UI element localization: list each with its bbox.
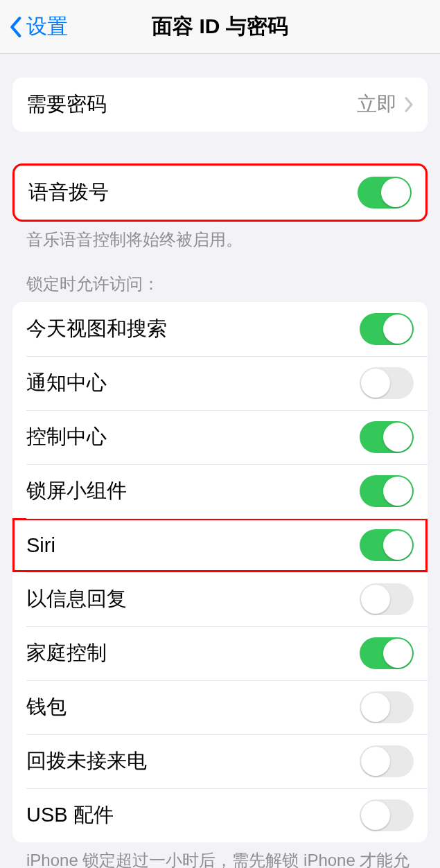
row-reply-with-message: 以信息回复 — [12, 572, 428, 626]
back-button[interactable]: 设置 — [0, 12, 68, 41]
row-label: USB 配件 — [26, 801, 114, 829]
back-label: 设置 — [26, 12, 68, 41]
row-notification-center: 通知中心 — [12, 356, 428, 410]
group-locked-access: 今天视图和搜索通知中心控制中心锁屏小组件Siri以信息回复家庭控制钱包回拨未接来… — [12, 302, 428, 842]
chevron-left-icon — [8, 16, 22, 38]
chevron-right-icon — [404, 96, 414, 113]
voice-dial-footer: 音乐语音控制将始终被启用。 — [12, 222, 428, 251]
row-return-missed-calls: 回拨未接来电 — [12, 734, 428, 788]
row-control-center: 控制中心 — [12, 410, 428, 464]
group-voice-dial: 语音拨号 — [12, 163, 428, 222]
row-label: Siri — [26, 534, 55, 557]
toggle-usb-accessories[interactable] — [360, 799, 414, 831]
row-label: 钱包 — [26, 693, 67, 721]
row-siri: Siri — [12, 518, 428, 572]
toggle-lock-screen-widgets[interactable] — [360, 475, 414, 507]
row-voice-dial: 语音拨号 — [15, 166, 425, 220]
toggle-control-center[interactable] — [360, 421, 414, 453]
row-label: 控制中心 — [26, 423, 107, 451]
row-lock-screen-widgets: 锁屏小组件 — [12, 464, 428, 518]
row-require-passcode[interactable]: 需要密码 立即 — [12, 78, 428, 132]
toggle-voice-dial[interactable] — [358, 177, 412, 209]
toggle-today-view[interactable] — [360, 313, 414, 345]
row-label: 语音拨号 — [28, 179, 109, 206]
row-today-view: 今天视图和搜索 — [12, 302, 428, 356]
row-usb-accessories: USB 配件 — [12, 788, 428, 842]
row-label: 今天视图和搜索 — [26, 315, 167, 343]
row-label: 需要密码 — [26, 91, 107, 118]
toggle-notification-center[interactable] — [360, 367, 414, 399]
row-wallet: 钱包 — [12, 680, 428, 734]
locked-access-footer: iPhone 锁定超过一小时后，需先解锁 iPhone 才能允许 USB 配件连… — [12, 842, 428, 868]
row-label: 回拨未接来电 — [26, 747, 147, 775]
row-label: 通知中心 — [26, 369, 107, 397]
toggle-siri[interactable] — [360, 529, 414, 561]
locked-access-header: 锁定时允许访问： — [12, 251, 428, 302]
toggle-home-control[interactable] — [360, 637, 414, 669]
group-require-passcode: 需要密码 立即 — [12, 78, 428, 132]
toggle-reply-with-message[interactable] — [360, 583, 414, 615]
row-label: 锁屏小组件 — [26, 477, 127, 505]
row-label: 家庭控制 — [26, 639, 107, 667]
toggle-wallet[interactable] — [360, 691, 414, 723]
row-label: 以信息回复 — [26, 585, 127, 613]
row-home-control: 家庭控制 — [12, 626, 428, 680]
navigation-bar: 设置 面容 ID 与密码 — [0, 0, 440, 54]
row-value: 立即 — [357, 91, 397, 118]
toggle-return-missed-calls[interactable] — [360, 745, 414, 777]
